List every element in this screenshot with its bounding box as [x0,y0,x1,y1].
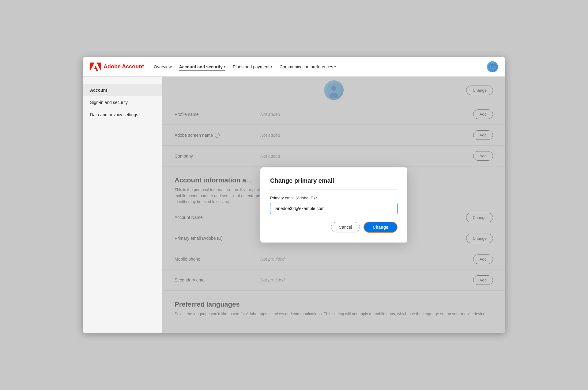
adobe-logo-icon [90,63,101,71]
nav-links: Overview Account and security ▾ Plans an… [154,63,477,71]
dialog-cancel-button[interactable]: Cancel [331,222,360,232]
adobe-account-title: Adobe Account [104,63,144,70]
dialog-divider [270,189,398,189]
sidebar-item-account[interactable]: Account [83,84,162,96]
modal-overlay: Change primary email Primary email (Adob… [162,77,505,333]
required-marker: * [316,196,318,200]
top-nav: Adobe Account Overview Account and secur… [83,57,505,77]
nav-communication[interactable]: Communication preferences ▾ [280,63,336,71]
adobe-logo[interactable]: Adobe Account [90,63,144,71]
nav-account-security[interactable]: Account and security ▾ [179,63,225,71]
nav-plans-payment[interactable]: Plans and payment ▾ [233,63,272,71]
dialog-email-label: Primary email (Adobe ID) * [270,196,398,200]
communication-chevron: ▾ [334,65,336,68]
dialog-title: Change primary email [270,177,398,184]
plans-chevron: ▾ [271,65,272,68]
dialog-change-button[interactable]: Change [364,222,398,233]
nav-overview[interactable]: Overview [154,63,172,71]
account-security-chevron: ▾ [224,65,225,68]
sidebar-item-data-privacy[interactable]: Data and privacy settings [83,109,162,121]
user-avatar-nav[interactable] [487,61,498,72]
avatar-image [487,61,498,72]
main-layout: Account Sign-in and security Data and pr… [83,77,505,333]
dialog-actions: Cancel Change [270,222,398,233]
globe-icon [488,63,497,71]
content-area: Change Profile name Not added Add Adobe … [162,77,505,333]
browser-window: Adobe Account Overview Account and secur… [83,57,505,333]
sidebar-item-signin-security[interactable]: Sign-in and security [83,96,162,109]
nav-right [487,61,498,72]
sidebar: Account Sign-in and security Data and pr… [83,77,162,333]
change-email-dialog: Change primary email Primary email (Adob… [260,167,407,243]
primary-email-input[interactable] [270,203,398,214]
